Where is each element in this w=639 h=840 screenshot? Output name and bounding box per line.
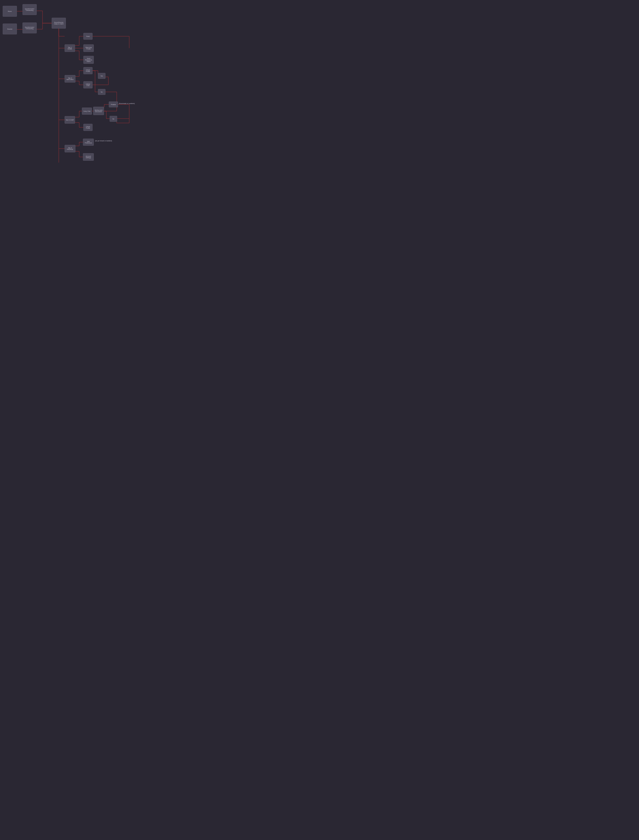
as-tenant-label: (As per tenant or landlord) — [95, 140, 112, 142]
tab4-node: Tab 4/ PROFILE — [65, 145, 75, 153]
check-profile2-label: Check Profile — [84, 126, 92, 129]
tab2-label: Tab 2/ MATCHES — [66, 77, 75, 80]
quest2-label: Questionnaire/ Onboarding — [24, 27, 36, 29]
check-profile1-node: Check Profile — [83, 67, 92, 74]
tab3-node: Tab 3/ CHAT — [65, 116, 75, 124]
no2-node: No — [110, 116, 117, 122]
edit-pref-label: Edit Preference — [84, 141, 93, 143]
account-settings-label: Account Settings — [84, 156, 93, 158]
yes-node: Yes — [98, 73, 105, 79]
no1-label: No — [101, 91, 103, 93]
quest2-dots: ··· — [24, 23, 26, 25]
tab3-label: Tab 3/ CHAT — [66, 119, 74, 121]
account-settings-node: Account Settings — [83, 153, 94, 161]
roomie-dots: ··· — [4, 24, 6, 26]
finalise-label: Finalise — [111, 104, 116, 105]
open-profile-node: Open Any Profile — [83, 45, 94, 52]
quest1-dots: ··· — [24, 5, 26, 7]
meetup-node: Meetup and Discussion — [93, 107, 104, 115]
check-profile2-node: Check Profile — [83, 124, 92, 131]
yes-label: Yes — [100, 75, 103, 77]
tab4-label: Tab 4/ PROFILE — [66, 147, 75, 150]
finalise-node: Finalise — [109, 102, 118, 107]
quest1-node: ··· Questionnaire/ Onboarding — [22, 4, 37, 15]
quest1-label: Questionnaire/ Onboarding — [24, 8, 36, 11]
room-roomie-node: ··· Room/Roomie ready to match — [52, 18, 66, 29]
room-node: ··· Room — [3, 6, 17, 17]
roomie-node: ··· Roomie — [3, 24, 17, 34]
room-label: Room — [8, 11, 12, 12]
room-dots: ··· — [4, 7, 6, 8]
open-profile-label: Open Any Profile — [84, 47, 93, 49]
send-request-node: Send Request to match — [83, 56, 94, 64]
carry-chat-label: Carry Chat — [83, 110, 91, 112]
no1-node: No — [98, 89, 105, 95]
check-profile1-label: Check Profile — [84, 69, 92, 72]
tab1-label: Tab 1/ HOME — [66, 47, 74, 49]
roomie-label: Roomie — [7, 29, 12, 30]
room-roomie-label: Room/Roomie ready to match — [53, 22, 65, 25]
initiate-chat-label: Initiate Chat — [84, 83, 92, 86]
send-request-label: Send Request to match — [84, 58, 93, 62]
room-roomie-dots: ··· — [53, 19, 55, 21]
tab2-node: Tab 2/ MATCHES — [65, 75, 75, 83]
feed-label: Feed — [86, 36, 90, 37]
meetup-label: Meetup and Discussion — [94, 110, 103, 112]
feed-node: Feed — [83, 33, 92, 40]
no2-label: No — [113, 118, 114, 119]
edit-pref-node: Edit Preference — [83, 138, 94, 146]
initiate-chat-node: Initiate Chat — [83, 81, 92, 88]
quest2-node: ··· Questionnaire/ Onboarding — [22, 22, 37, 33]
tab1-node: Tab 1/ HOME — [65, 45, 75, 52]
carry-chat-node: Carry Chat — [82, 108, 92, 115]
roommate-landlord-label: (Roommate or Landlord) — [119, 103, 135, 104]
